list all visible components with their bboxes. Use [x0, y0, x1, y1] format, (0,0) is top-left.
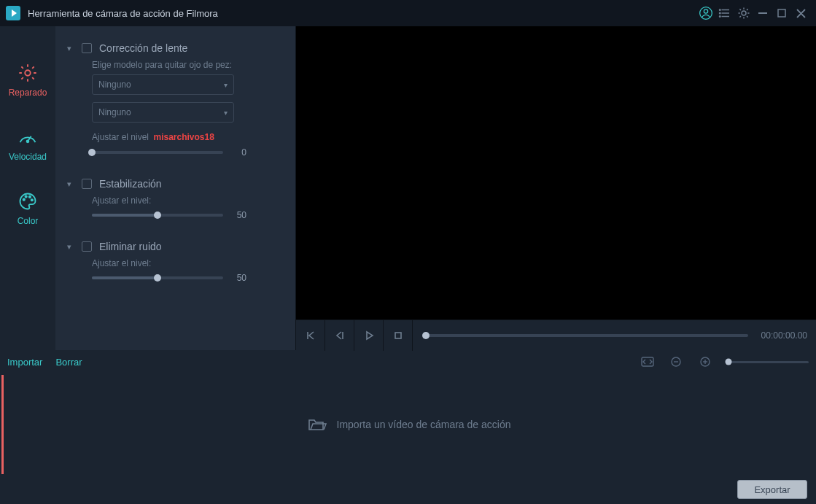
- svg-rect-31: [395, 333, 401, 338]
- rail-label-reparado: Reparado: [9, 88, 47, 98]
- denoise-level-slider[interactable]: [92, 276, 223, 279]
- svg-point-6: [720, 12, 721, 14]
- section-stab: ▾ Estabilización Ajustar el nivel: 50: [64, 178, 282, 220]
- svg-marker-30: [367, 332, 373, 339]
- denoise-level-value: 50: [232, 273, 246, 283]
- speedometer-icon: [18, 127, 38, 147]
- account-button[interactable]: [696, 4, 715, 23]
- svg-line-16: [747, 9, 748, 10]
- folder-open-icon: [308, 417, 327, 432]
- fit-zoom-button[interactable]: [641, 357, 657, 367]
- transport-bar: 00:00:00.00: [296, 319, 816, 350]
- stab-level-slider[interactable]: [92, 214, 223, 217]
- svg-point-25: [26, 195, 27, 197]
- chevron-down-icon[interactable]: ▾: [64, 242, 74, 252]
- window-title: Herramienta de cámara de acción de Filmo…: [28, 8, 218, 19]
- import-link[interactable]: Importar: [7, 357, 42, 368]
- lens-checkbox[interactable]: [82, 43, 92, 53]
- stab-title: Estabilización: [99, 178, 162, 190]
- svg-line-13: [739, 9, 741, 10]
- chevron-down-icon[interactable]: ▾: [64, 179, 74, 189]
- export-button-label: Exportar: [754, 484, 790, 495]
- svg-point-8: [742, 11, 746, 15]
- lens-profile-select[interactable]: Ninguno ▾: [92, 102, 234, 123]
- play-button[interactable]: [354, 320, 384, 351]
- svg-point-1: [704, 9, 707, 13]
- timecode: 00:00:00.00: [761, 330, 807, 341]
- svg-line-15: [739, 16, 741, 18]
- denoise-title: Eliminar ruido: [99, 241, 162, 252]
- svg-rect-18: [778, 9, 785, 17]
- stab-level-label: Ajustar el nivel:: [92, 195, 282, 206]
- watermark-text: misarchivos18: [154, 132, 214, 142]
- titlebar: Herramienta de cámara de acción de Filmo…: [0, 0, 816, 26]
- lens-level-value: 0: [232, 147, 246, 158]
- export-button[interactable]: Exportar: [737, 480, 807, 499]
- lens-level-slider[interactable]: [92, 151, 223, 154]
- section-denoise: ▾ Eliminar ruido Ajustar el nivel: 50: [64, 241, 282, 283]
- svg-point-21: [25, 70, 30, 75]
- prev-frame-button[interactable]: [325, 320, 354, 351]
- rail-label-color: Color: [18, 216, 39, 226]
- palette-icon: [18, 191, 38, 212]
- lens-level-label: Ajustar el nivel: [92, 132, 149, 142]
- svg-point-27: [31, 199, 33, 201]
- brightness-button[interactable]: [734, 4, 753, 23]
- stop-button[interactable]: [384, 320, 413, 351]
- stab-checkbox[interactable]: [82, 179, 92, 189]
- svg-point-7: [720, 16, 721, 18]
- rail-item-velocidad[interactable]: Velocidad: [9, 127, 47, 162]
- seek-slider[interactable]: [426, 334, 748, 337]
- preview-column: 00:00:00.00: [296, 26, 816, 350]
- menu-list-button[interactable]: [715, 4, 734, 23]
- stab-level-value: 50: [232, 210, 246, 220]
- lens-profile-value: Ninguno: [98, 107, 131, 117]
- chevron-down-icon[interactable]: ▾: [64, 44, 74, 53]
- timeline-toolbar: Importar Borrar: [0, 350, 816, 373]
- delete-link[interactable]: Borrar: [55, 357, 82, 368]
- denoise-level-label: Ajustar el nivel:: [92, 258, 282, 268]
- rail-label-velocidad: Velocidad: [9, 152, 47, 162]
- window-maximize-button[interactable]: [772, 4, 791, 23]
- zoom-slider[interactable]: [728, 361, 809, 363]
- svg-point-23: [27, 140, 29, 142]
- rail-item-reparado[interactable]: Reparado: [9, 63, 47, 98]
- lens-model-select[interactable]: Ninguno ▾: [92, 74, 234, 95]
- svg-point-24: [23, 199, 25, 201]
- chevron-down-icon: ▾: [224, 109, 228, 117]
- lens-model-value: Ninguno: [98, 80, 131, 90]
- zoom-out-button[interactable]: [670, 356, 686, 368]
- window-close-button[interactable]: [791, 4, 810, 23]
- lens-title: Corrección de lente: [99, 42, 187, 54]
- left-rail: Reparado Velocidad Color: [0, 26, 55, 350]
- svg-point-26: [29, 196, 31, 198]
- window-minimize-button[interactable]: [753, 4, 772, 23]
- timeline-drop-area[interactable]: Importa un vídeo de cámara de acción: [1, 375, 815, 474]
- footer: Exportar: [0, 475, 816, 504]
- lens-hint: Elige modelo para quitar ojo de pez:: [92, 60, 282, 70]
- goto-start-button[interactable]: [296, 320, 325, 351]
- timeline-prompt: Importa un vídeo de cámara de acción: [337, 419, 511, 430]
- chevron-down-icon: ▾: [224, 81, 228, 89]
- svg-point-5: [720, 9, 721, 11]
- zoom-in-button[interactable]: [699, 356, 715, 368]
- app-logo-icon: [6, 6, 20, 20]
- rail-item-color[interactable]: Color: [18, 191, 39, 226]
- gear-icon: [18, 63, 38, 83]
- svg-line-14: [747, 16, 748, 18]
- denoise-checkbox[interactable]: [82, 241, 92, 252]
- video-preview: [296, 26, 816, 319]
- section-lens: ▾ Corrección de lente Elige modelo para …: [64, 42, 282, 158]
- settings-panel: ▾ Corrección de lente Elige modelo para …: [55, 26, 296, 350]
